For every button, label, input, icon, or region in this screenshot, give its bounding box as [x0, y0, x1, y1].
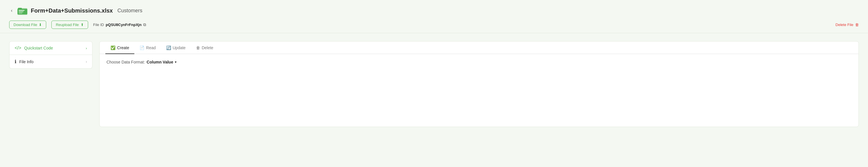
read-tab-icon: 📄: [140, 45, 144, 50]
tab-read-label: Read: [146, 45, 156, 50]
file-id-value: pQSU8CynFrFnpXjn: [105, 23, 142, 27]
tab-content: Choose Data Format: Column Value ▾: [100, 54, 859, 70]
svg-rect-7: [19, 13, 22, 13]
svg-rect-5: [19, 10, 25, 10]
reupload-button[interactable]: Reupload File ⬆: [51, 20, 88, 29]
file-name: Form+Data+Submissions.xlsx: [31, 7, 113, 14]
chevron-right-icon: ›: [86, 46, 87, 50]
delete-button[interactable]: Delete File 🗑: [836, 23, 859, 27]
tabs: ✅ Create 📄 Read 🔄 Update 🗑 Delete: [100, 41, 859, 54]
create-tab-icon: ✅: [111, 45, 115, 50]
download-button[interactable]: Download File ⬇: [9, 20, 46, 29]
sidebar-item-fileinfo[interactable]: ℹ File Info ›: [9, 55, 92, 69]
tab-delete[interactable]: 🗑 Delete: [191, 41, 218, 54]
action-bar: Download File ⬇ Reupload File ⬆ File ID …: [9, 20, 859, 29]
svg-rect-6: [19, 11, 24, 12]
sidebar-fileinfo-label: File Info: [19, 59, 34, 64]
tab-read[interactable]: 📄 Read: [134, 41, 161, 54]
data-format-value: Column Value: [147, 60, 174, 64]
chevron-right-icon-2: ›: [86, 59, 87, 64]
back-button[interactable]: ‹: [9, 7, 14, 14]
data-format-prefix: Choose Data Format:: [106, 60, 145, 64]
delete-tab-icon: 🗑: [196, 45, 200, 50]
dropdown-arrow-icon[interactable]: ▾: [175, 60, 177, 64]
tab-update-label: Update: [173, 45, 186, 50]
code-icon: </>: [14, 45, 21, 51]
copy-icon[interactable]: ⧉: [143, 22, 146, 27]
sidebar-quickstart-label: Quickstart Code: [24, 46, 53, 50]
delete-label: Delete File: [836, 23, 854, 27]
reupload-icon: ⬆: [81, 23, 84, 27]
file-folder-icon: [17, 5, 28, 16]
file-id-block: File ID pQSU8CynFrFnpXjn ⧉: [93, 22, 146, 27]
tab-create-label: Create: [117, 45, 129, 50]
info-icon: ℹ: [14, 59, 17, 64]
tab-create[interactable]: ✅ Create: [105, 41, 134, 54]
download-icon: ⬇: [39, 23, 42, 27]
main-content: </> Quickstart Code › ℹ File Info › ✅ Cr…: [0, 33, 868, 135]
data-format-row: Choose Data Format: Column Value ▾: [106, 60, 851, 64]
file-header: ‹ Form+Data+Submissions.xlsx Customers: [9, 5, 859, 16]
update-tab-icon: 🔄: [166, 45, 171, 50]
download-label: Download File: [13, 23, 37, 27]
top-bar: ‹ Form+Data+Submissions.xlsx Customers D…: [0, 0, 868, 33]
svg-rect-4: [18, 8, 22, 9]
sidebar-item-quickstart[interactable]: </> Quickstart Code ›: [9, 41, 92, 55]
tab-delete-label: Delete: [202, 45, 213, 50]
file-context: Customers: [117, 8, 143, 14]
reupload-label: Reupload File: [56, 23, 79, 27]
sidebar: </> Quickstart Code › ℹ File Info ›: [9, 41, 92, 127]
tab-update[interactable]: 🔄 Update: [161, 41, 191, 54]
content-panel: ✅ Create 📄 Read 🔄 Update 🗑 Delete Choose…: [99, 41, 859, 127]
delete-icon: 🗑: [855, 23, 859, 27]
file-id-label: File ID: [93, 23, 104, 27]
